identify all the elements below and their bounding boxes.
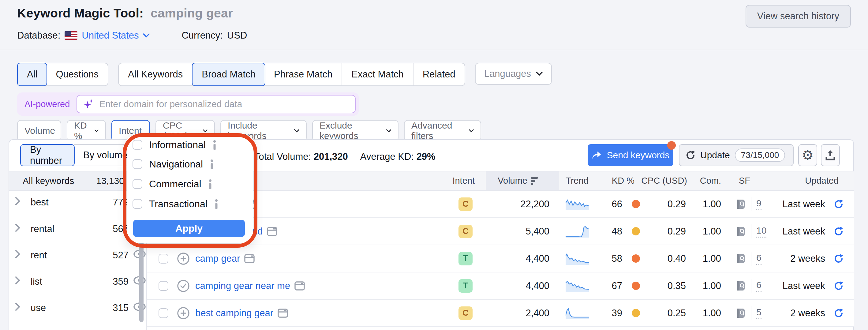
settings-button[interactable]: ⚙: [798, 144, 817, 166]
add-keyword-icon[interactable]: [177, 300, 190, 326]
total-volume-value: 201,320: [314, 151, 348, 162]
updated-value: 2 weeks: [790, 300, 825, 326]
table-row: camp gear T 4,400 58 0.40 1.00 6 2 weeks: [147, 245, 854, 272]
database-label: Database:: [17, 30, 60, 41]
row-checkbox[interactable]: [159, 281, 168, 291]
tab-exact-match[interactable]: Exact Match: [342, 63, 413, 85]
languages-dropdown[interactable]: Languages: [475, 63, 552, 85]
sidebar-item-rent[interactable]: rent 527: [9, 242, 146, 268]
col-cpc[interactable]: CPC (USD): [641, 172, 687, 190]
column-divider: [751, 306, 751, 320]
tab-broad-match[interactable]: Broad Match: [192, 63, 266, 86]
intent-badge: C: [459, 225, 472, 238]
chevron-right-icon[interactable]: [15, 276, 25, 288]
sort-desc-icon: [531, 177, 538, 185]
volume-value: 4,400: [526, 272, 549, 299]
trend-sparkline: [566, 300, 589, 326]
serp-preview-icon[interactable]: [736, 218, 746, 245]
view-search-history-button[interactable]: View search history: [746, 5, 851, 28]
sidebar-item-list[interactable]: list 359: [9, 268, 146, 295]
kd-value: 66: [612, 191, 622, 217]
row-checkbox[interactable]: [159, 254, 168, 264]
col-volume[interactable]: Volume: [498, 172, 538, 190]
tab-group-match-types: All Keywords Broad Match Phrase Match Ex…: [118, 63, 465, 86]
gear-icon: ⚙: [802, 148, 813, 162]
chevron-right-icon[interactable]: [15, 223, 25, 235]
update-button[interactable]: Update 73/15,000: [679, 144, 794, 166]
total-volume-label: Total Volume:: [254, 151, 311, 162]
updated-value: 2 weeks: [790, 245, 825, 272]
col-kd[interactable]: KD %: [612, 172, 634, 190]
sf-value[interactable]: 10: [756, 225, 766, 238]
sort-by-number-toggle[interactable]: By number: [20, 144, 75, 166]
volume-value: 4,400: [526, 245, 549, 272]
send-keywords-button[interactable]: Send keywords: [588, 144, 673, 166]
filter-exclude-keywords[interactable]: Exclude keywords: [312, 120, 399, 142]
chevron-right-icon[interactable]: [15, 249, 25, 261]
chevron-right-icon[interactable]: [15, 302, 25, 314]
serp-preview-icon[interactable]: [736, 191, 746, 217]
cpc-value: 0.29: [668, 218, 686, 245]
chevron-right-icon[interactable]: [15, 197, 25, 208]
serp-preview-icon[interactable]: [736, 245, 746, 272]
ai-powered-badge: AI-powered: [25, 99, 70, 109]
col-sf[interactable]: SF: [739, 172, 750, 190]
keyword-link[interactable]: camping gear near me: [195, 280, 305, 292]
added-keyword-icon[interactable]: [177, 272, 190, 299]
col-updated[interactable]: Updated: [805, 172, 839, 190]
intent-badge: C: [459, 198, 472, 211]
tab-all[interactable]: All: [17, 63, 47, 86]
kd-value: 58: [612, 245, 622, 272]
serp-features-icon: [267, 227, 277, 236]
chevron-down-icon: [469, 129, 474, 133]
trend-sparkline: [566, 191, 589, 217]
trend-sparkline: [566, 272, 589, 299]
kd-value: 67: [612, 272, 622, 299]
filter-volume[interactable]: Volume: [17, 120, 61, 142]
refresh-icon[interactable]: [834, 218, 843, 245]
tab-phrase-match[interactable]: Phrase Match: [265, 63, 342, 85]
refresh-icon[interactable]: [834, 245, 843, 272]
database-select[interactable]: United States: [82, 30, 138, 41]
sf-value[interactable]: 5: [756, 307, 762, 319]
domain-input[interactable]: [99, 99, 349, 109]
refresh-icon[interactable]: [834, 300, 843, 326]
sf-value[interactable]: 9: [756, 198, 762, 210]
sidebar-item-use[interactable]: use 315: [9, 295, 146, 321]
summary-stats: Total Volume: 201,320 Average KD: 29%: [254, 151, 436, 162]
chevron-down-icon: [95, 129, 98, 133]
tab-questions[interactable]: Questions: [46, 63, 108, 85]
tab-all-keywords[interactable]: All Keywords: [119, 63, 192, 85]
sf-value[interactable]: 6: [756, 280, 762, 292]
keyword-link[interactable]: best camping gear: [195, 308, 288, 319]
serp-preview-icon[interactable]: [736, 272, 746, 299]
filter-advanced[interactable]: Advanced filters: [404, 120, 481, 142]
average-kd-label: Average KD:: [360, 151, 414, 162]
export-button[interactable]: [821, 144, 840, 166]
tab-related[interactable]: Related: [413, 63, 465, 85]
add-keyword-icon[interactable]: [177, 245, 190, 272]
keyword-link[interactable]: camp gear: [195, 253, 255, 264]
serp-preview-icon[interactable]: [736, 300, 746, 326]
domain-input-wrapper[interactable]: [76, 95, 355, 113]
cpc-value: 0.40: [668, 245, 686, 272]
updated-value: Last week: [782, 191, 825, 217]
refresh-icon[interactable]: [834, 191, 843, 217]
filter-kd[interactable]: KD %: [67, 120, 106, 142]
volume-value: 5,400: [526, 218, 549, 245]
com-value: 1.00: [703, 218, 721, 245]
cpc-value: 0.29: [668, 191, 686, 217]
sf-value[interactable]: 6: [756, 252, 762, 265]
refresh-icon[interactable]: [834, 272, 843, 299]
annotation-ring: [123, 133, 257, 248]
row-checkbox[interactable]: [159, 308, 168, 318]
kd-dot: [632, 282, 640, 290]
column-divider: [751, 197, 751, 211]
column-divider: [751, 224, 751, 238]
col-com[interactable]: Com.: [700, 172, 721, 190]
col-trend[interactable]: Trend: [566, 172, 589, 190]
col-intent[interactable]: Intent: [452, 172, 475, 190]
chevron-down-icon[interactable]: [143, 33, 150, 38]
intent-badge: T: [459, 279, 472, 293]
chevron-down-icon: [203, 129, 208, 133]
